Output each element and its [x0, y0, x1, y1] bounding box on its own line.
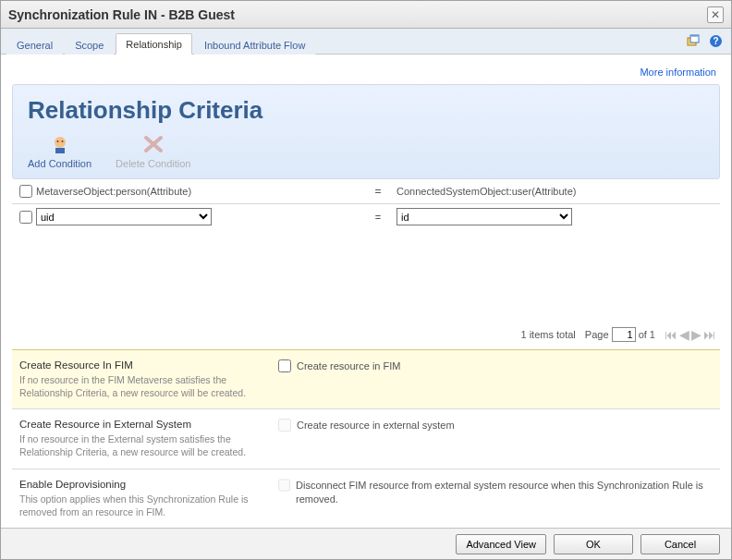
select-all-checkbox[interactable] — [19, 185, 32, 198]
header-band: Relationship Criteria Add Condition Dele… — [12, 84, 720, 179]
svg-rect-5 — [55, 148, 65, 153]
cancel-button[interactable]: Cancel — [640, 534, 720, 554]
pager-prev-icon[interactable]: ◀ — [679, 328, 689, 341]
pager-first-icon[interactable]: ⏮ — [665, 328, 677, 341]
close-icon: ✕ — [711, 8, 720, 21]
add-condition-label: Add Condition — [28, 158, 92, 169]
grid-col-right: ConnectedSystemObject:user(Attribute) — [396, 186, 716, 197]
pager-of-label: of 1 — [639, 329, 655, 340]
grid-col-eq: = — [360, 185, 396, 198]
tab-inbound-flow[interactable]: Inbound Attribute Flow — [194, 34, 315, 55]
svg-text:?: ? — [713, 36, 718, 46]
page-heading: Relationship Criteria — [28, 96, 704, 125]
tab-right-icons: ? — [685, 32, 724, 49]
pager-page-input[interactable] — [612, 327, 636, 342]
pager-total: 1 items total — [521, 329, 576, 340]
more-info-row: More information — [12, 64, 720, 84]
criteria-grid-header: MetaverseObject:person(Attribute) = Conn… — [12, 179, 720, 204]
opt-fim-sub: If no resource in the FIM Metaverse sati… — [19, 373, 260, 399]
left-attribute-select[interactable]: uid — [36, 208, 212, 225]
deprovision-checkbox — [278, 479, 290, 492]
criteria-toolbar: Add Condition Delete Condition — [28, 132, 704, 169]
tab-scope[interactable]: Scope — [65, 34, 114, 55]
delete-condition-icon — [116, 132, 190, 156]
criteria-row: uid = id — [12, 204, 720, 233]
tab-row: General Scope Relationship Inbound Attri… — [1, 29, 731, 55]
pager: 1 items total Page of 1 ⏮ ◀ ▶ ⏭ — [12, 322, 720, 349]
create-in-fim-checkbox[interactable] — [278, 359, 291, 372]
create-external-label: Create resource in external system — [297, 419, 455, 432]
pager-last-icon[interactable]: ⏭ — [703, 328, 716, 341]
tab-general[interactable]: General — [6, 34, 63, 55]
more-info-link[interactable]: More information — [640, 67, 716, 78]
title-bar: Synchronization Rule IN - B2B Guest ✕ — [1, 1, 731, 29]
option-deprovisioning: Enable Deprovisioning This option applie… — [12, 469, 720, 528]
deprovision-label: Disconnect FIM resource from external sy… — [296, 479, 713, 506]
opt-ext-title: Create Resource in External System — [19, 419, 260, 430]
option-create-external: Create Resource in External System If no… — [12, 408, 720, 468]
grid-col-left: MetaverseObject:person(Attribute) — [36, 186, 360, 197]
ok-button[interactable]: OK — [554, 534, 633, 554]
row-checkbox[interactable] — [19, 211, 32, 224]
pager-next-icon[interactable]: ▶ — [691, 328, 702, 341]
close-button[interactable]: ✕ — [707, 6, 724, 23]
help-icon[interactable]: ? — [707, 32, 724, 49]
dialog: Synchronization Rule IN - B2B Guest ✕ Ge… — [0, 0, 732, 560]
create-external-checkbox — [278, 419, 291, 432]
svg-point-4 — [55, 137, 66, 148]
delete-condition-button: Delete Condition — [116, 132, 190, 169]
window-title: Synchronization Rule IN - B2B Guest — [8, 7, 707, 22]
opt-fim-title: Create Resource In FIM — [19, 359, 260, 371]
delete-condition-label: Delete Condition — [116, 158, 190, 169]
add-condition-button[interactable]: Add Condition — [28, 132, 92, 169]
option-create-in-fim: Create Resource In FIM If no resource in… — [12, 349, 720, 408]
svg-point-7 — [61, 140, 63, 142]
tab-relationship[interactable]: Relationship — [116, 33, 192, 55]
right-attribute-select[interactable]: id — [396, 208, 572, 225]
row-eq: = — [360, 212, 396, 223]
add-condition-icon — [28, 132, 92, 156]
advanced-view-button[interactable]: Advanced View — [456, 534, 546, 554]
opt-ext-sub: If no resource in the External system sa… — [19, 432, 260, 458]
content-area: More information Relationship Criteria A… — [1, 55, 731, 528]
pager-nav: ⏮ ◀ ▶ ⏭ — [665, 328, 716, 341]
footer-bar: Advanced View OK Cancel — [1, 528, 731, 559]
opt-depro-title: Enable Deprovisioning — [19, 479, 260, 490]
opt-depro-sub: This option applies when this Synchroniz… — [19, 493, 260, 518]
create-in-fim-label: Create resource in FIM — [297, 359, 400, 373]
svg-point-6 — [56, 140, 58, 142]
pager-page-label: Page — [585, 329, 609, 340]
new-window-icon[interactable] — [685, 32, 702, 49]
